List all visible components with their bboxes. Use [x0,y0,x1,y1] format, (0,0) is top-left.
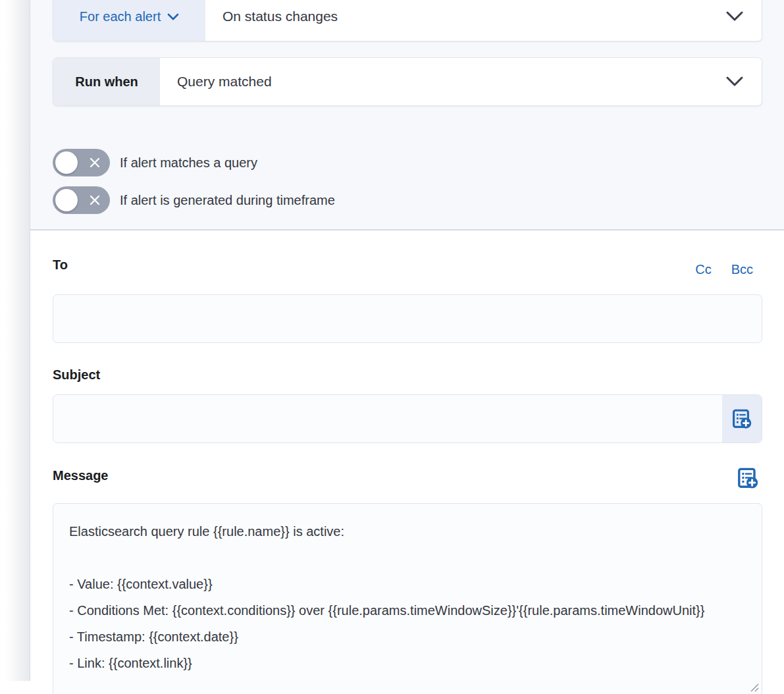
email-action-form: For each alert On status changes Run whe… [0,0,784,694]
subject-add-variable-button[interactable] [722,395,762,442]
run-when-label: Run when [75,74,138,90]
panel-edge-shadow [5,0,30,681]
toggle-knob [55,189,78,211]
chevron-down-icon [725,76,745,88]
run-when-select[interactable]: Query matched [160,58,725,105]
cross-icon [88,156,101,169]
run-when-control: Run when Query matched [53,57,762,106]
cc-bcc-buttons: Cc Bcc [695,262,753,277]
chevron-down-icon [725,11,745,22]
add-variable-icon [737,467,758,489]
to-label: To [53,257,68,273]
bcc-button[interactable]: Bcc [731,262,753,277]
for-each-alert-dropdown-button[interactable]: For each alert [53,0,205,41]
message-add-variable-button[interactable] [736,466,760,490]
run-when-value: Query matched [177,74,272,90]
toggle-if-alert-matches-query[interactable] [53,149,110,176]
run-when-prepend-label: Run when [53,58,160,105]
add-variable-icon [732,409,752,429]
subject-input[interactable] [53,395,722,442]
notify-when-value: On status changes [222,9,338,24]
notify-when-control: For each alert On status changes [53,0,762,41]
toggle-label-query-filter: If alert matches a query [120,155,257,171]
message-textarea[interactable]: Elasticsearch query rule {{rule.name}} i… [53,503,762,694]
notify-when-select[interactable]: On status changes [205,0,725,41]
subject-label: Subject [53,367,100,383]
for-each-alert-label: For each alert [80,9,161,24]
chevron-down-icon [167,13,179,20]
subject-field-group [53,394,762,443]
toggle-if-alert-generated-during-timeframe[interactable] [53,186,110,214]
cross-icon [88,194,101,207]
cc-button[interactable]: Cc [695,262,711,277]
toggle-knob [55,151,78,174]
to-recipients-input[interactable] [53,294,762,343]
toggle-label-timeframe-filter: If alert is generated during timeframe [120,192,335,208]
message-field-wrap: Elasticsearch query rule {{rule.name}} i… [53,503,762,694]
message-label: Message [53,468,109,483]
